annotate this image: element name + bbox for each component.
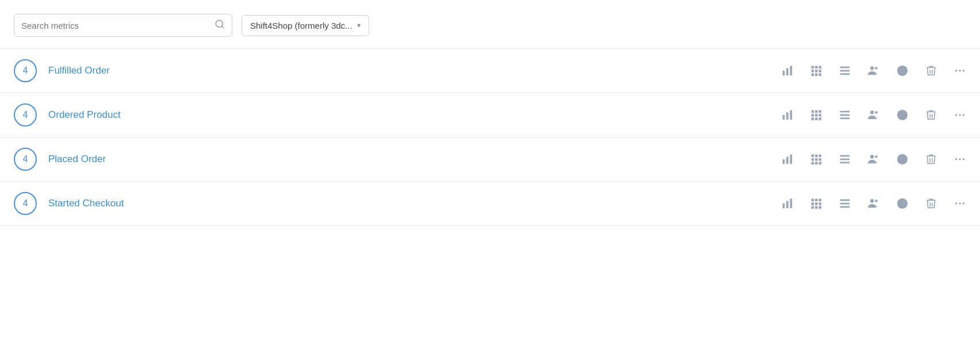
table-row: 4 Fulfilled Order: [0, 48, 980, 93]
chevron-down-icon: ▾: [357, 21, 361, 29]
bar-chart-icon[interactable]: [781, 64, 794, 77]
more-icon[interactable]: [954, 153, 966, 166]
metric-name[interactable]: Fulfilled Order: [48, 65, 781, 76]
metrics-list: 4 Fulfilled Order: [0, 48, 980, 226]
svg-rect-15: [840, 70, 850, 72]
svg-rect-29: [790, 110, 793, 120]
svg-rect-79: [790, 199, 793, 209]
delete-icon[interactable]: [925, 64, 937, 77]
svg-rect-31: [815, 110, 818, 113]
svg-point-101: [963, 202, 964, 204]
svg-rect-88: [819, 206, 822, 209]
globe-icon[interactable]: [896, 109, 909, 121]
svg-rect-40: [840, 114, 850, 116]
dropdown-label: Shift4Shop (formerly 3dc...: [250, 21, 353, 30]
svg-point-18: [875, 67, 878, 70]
search-box: [14, 14, 232, 37]
grid-icon[interactable]: [810, 153, 822, 166]
svg-rect-30: [811, 110, 814, 113]
metric-name[interactable]: Started Checkout: [48, 198, 781, 209]
grid-icon[interactable]: [810, 109, 822, 121]
svg-rect-53: [786, 156, 788, 164]
svg-rect-60: [819, 158, 822, 161]
svg-rect-6: [815, 66, 818, 69]
svg-point-24: [955, 70, 957, 71]
globe-icon[interactable]: [896, 197, 909, 210]
svg-rect-82: [819, 199, 822, 202]
svg-rect-7: [819, 66, 822, 69]
svg-rect-37: [815, 118, 818, 121]
svg-point-92: [870, 199, 874, 202]
svg-rect-33: [811, 114, 814, 117]
svg-rect-56: [815, 155, 818, 158]
svg-rect-9: [815, 70, 818, 72]
svg-rect-62: [815, 162, 818, 165]
delete-icon[interactable]: [925, 109, 937, 121]
grid-icon[interactable]: [810, 64, 822, 77]
people-icon[interactable]: [867, 64, 880, 77]
svg-rect-63: [819, 162, 822, 165]
delete-icon[interactable]: [925, 197, 937, 210]
svg-rect-78: [786, 201, 788, 208]
more-icon[interactable]: [954, 109, 966, 121]
svg-rect-27: [783, 115, 785, 120]
svg-rect-87: [815, 206, 818, 209]
metric-badge: 4: [14, 59, 37, 82]
bar-chart-icon[interactable]: [781, 109, 794, 121]
svg-rect-16: [840, 74, 850, 75]
bar-chart-icon[interactable]: [781, 197, 794, 210]
search-icon: [215, 19, 225, 32]
svg-rect-81: [815, 199, 818, 202]
svg-rect-4: [790, 66, 793, 76]
svg-rect-13: [819, 74, 822, 76]
svg-point-99: [955, 202, 957, 204]
svg-rect-52: [783, 159, 785, 164]
metric-badge: 4: [14, 192, 37, 215]
svg-point-50: [959, 114, 960, 116]
people-icon[interactable]: [867, 153, 880, 166]
svg-rect-80: [811, 199, 814, 202]
svg-point-17: [870, 66, 874, 70]
svg-point-93: [875, 199, 878, 202]
list-icon[interactable]: [839, 153, 851, 166]
svg-rect-86: [811, 206, 814, 209]
svg-rect-83: [811, 202, 814, 205]
svg-rect-12: [815, 74, 818, 76]
svg-rect-57: [819, 155, 822, 158]
svg-rect-84: [815, 202, 818, 205]
svg-line-1: [221, 26, 223, 28]
globe-icon[interactable]: [896, 64, 909, 77]
people-icon[interactable]: [867, 197, 880, 210]
svg-point-51: [963, 114, 964, 116]
list-icon[interactable]: [839, 64, 851, 77]
more-icon[interactable]: [954, 197, 966, 210]
people-icon[interactable]: [867, 109, 880, 121]
svg-rect-85: [819, 202, 822, 205]
svg-point-75: [959, 158, 960, 160]
grid-icon[interactable]: [810, 197, 822, 210]
svg-rect-77: [783, 203, 785, 208]
globe-icon[interactable]: [896, 153, 909, 166]
delete-icon[interactable]: [925, 153, 937, 166]
metric-badge: 4: [14, 103, 37, 126]
source-dropdown[interactable]: Shift4Shop (formerly 3dc... ▾: [242, 15, 369, 36]
svg-point-26: [963, 70, 964, 71]
svg-rect-64: [840, 155, 850, 157]
svg-rect-10: [819, 70, 822, 72]
metric-name[interactable]: Placed Order: [48, 153, 781, 165]
svg-rect-35: [819, 114, 822, 117]
svg-point-76: [963, 158, 964, 160]
search-input[interactable]: [21, 21, 215, 30]
more-icon[interactable]: [954, 64, 966, 77]
svg-point-100: [959, 202, 960, 204]
list-icon[interactable]: [839, 109, 851, 121]
svg-rect-65: [840, 159, 850, 160]
metric-name[interactable]: Ordered Product: [48, 109, 781, 121]
svg-rect-32: [819, 110, 822, 113]
svg-rect-11: [811, 74, 814, 76]
bar-chart-icon[interactable]: [781, 153, 794, 166]
list-icon[interactable]: [839, 197, 851, 210]
svg-rect-5: [811, 66, 814, 69]
svg-point-43: [875, 111, 878, 114]
svg-rect-89: [840, 199, 850, 201]
